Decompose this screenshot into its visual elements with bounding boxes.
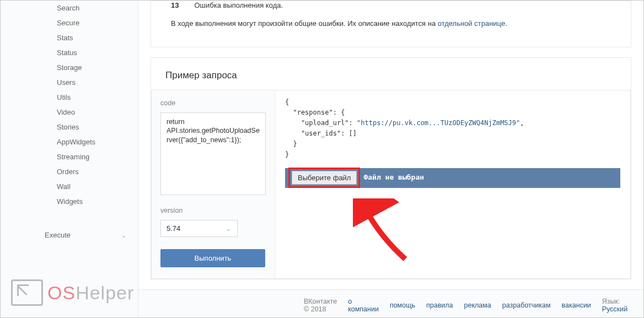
sidebar-item-stats[interactable]: Stats <box>1 30 138 45</box>
lang-label: Язык: <box>602 298 620 305</box>
version-value: 5.74 <box>167 224 180 233</box>
error-note: В ходе выполнения могут произойти общие … <box>165 15 616 31</box>
error-desc: Ошибка выполнения кода. <box>194 1 283 9</box>
sidebar-execute[interactable]: Execute ⌄ <box>1 224 138 246</box>
footer-link-ads[interactable]: реклама <box>464 301 491 309</box>
sidebar-item-search[interactable]: Search <box>1 1 138 15</box>
errors-panel: 13 Ошибка выполнения кода. В ходе выполн… <box>151 1 631 47</box>
version-label: version <box>160 207 266 214</box>
lang-value[interactable]: Русский <box>602 305 627 313</box>
example-body: code version 5.74 ⌄ Выполнить { "respons… <box>151 90 631 279</box>
version-select[interactable]: 5.74 ⌄ <box>160 220 238 237</box>
sidebar-item-appwidgets[interactable]: AppWidgets <box>1 134 138 149</box>
json-l6: } <box>285 149 620 160</box>
json-l5: } <box>285 139 620 149</box>
footer-link-rules[interactable]: правила <box>426 301 453 309</box>
footer-link-devs[interactable]: разработчикам <box>502 301 551 309</box>
chevron-down-icon: ⌄ <box>121 231 127 239</box>
note-link[interactable]: отдельной странице <box>438 19 505 28</box>
sidebar-item-orders[interactable]: Orders <box>1 164 138 179</box>
code-label: code <box>160 99 266 107</box>
choose-file-button[interactable]: Выберите файл <box>292 171 357 185</box>
json-l1: { <box>285 97 620 107</box>
note-after: . <box>505 19 507 28</box>
sidebar-item-users[interactable]: Users <box>1 75 138 90</box>
execute-label: Execute <box>45 231 71 239</box>
sidebar-item-streaming[interactable]: Streaming <box>1 149 138 164</box>
sidebar-item-video[interactable]: Video <box>1 105 138 120</box>
content: 13 Ошибка выполнения кода. В ходе выполн… <box>138 1 643 289</box>
footer-lang: Язык: Русский <box>602 298 627 313</box>
footer-link-jobs[interactable]: вакансии <box>562 301 591 309</box>
error-code: 13 <box>171 1 179 9</box>
sidebar-item-secure[interactable]: Secure <box>1 15 138 30</box>
sidebar-item-utils[interactable]: Utils <box>1 90 138 105</box>
code-input[interactable] <box>160 112 266 195</box>
sidebar-item-storage[interactable]: Storage <box>1 60 138 75</box>
sidebar: Search Secure Stats Status Storage Users… <box>1 1 138 317</box>
footer: ВКонтакте © 2018 о компании помощь прави… <box>138 289 643 318</box>
example-panel: Пример запроса code version 5.74 ⌄ Выпол… <box>151 57 631 279</box>
footer-copyright: ВКонтакте © 2018 <box>304 298 337 313</box>
file-none-text: Файл не выбран <box>363 172 424 184</box>
sidebar-item-wall[interactable]: Wall <box>1 179 138 194</box>
note-before: В ходе выполнения могут произойти общие … <box>171 19 438 28</box>
sidebar-item-widgets[interactable]: Widgets <box>1 194 138 209</box>
sidebar-item-stories[interactable]: Stories <box>1 120 138 134</box>
footer-link-help[interactable]: помощь <box>390 301 415 309</box>
example-left: code version 5.74 ⌄ Выполнить <box>152 90 275 278</box>
error-row: 13 Ошибка выполнения кода. <box>165 1 616 15</box>
response-area: { "response": { "upload_url": "https://p… <box>275 90 630 278</box>
json-l4: "user_ids": [] <box>285 128 620 139</box>
json-l3: "upload_url": "https://pu.vk.com...TUzOD… <box>285 118 620 128</box>
run-button[interactable]: Выполнить <box>160 249 265 267</box>
chevron-down-icon: ⌄ <box>226 224 232 233</box>
file-button-highlight: Выберите файл <box>288 168 360 188</box>
footer-link-about[interactable]: о компании <box>348 298 379 313</box>
json-l2: "response": { <box>285 107 620 118</box>
example-title: Пример запроса <box>151 58 631 90</box>
sidebar-item-status[interactable]: Status <box>1 45 138 60</box>
file-upload-row: Выберите файл Файл не выбран <box>285 168 620 188</box>
